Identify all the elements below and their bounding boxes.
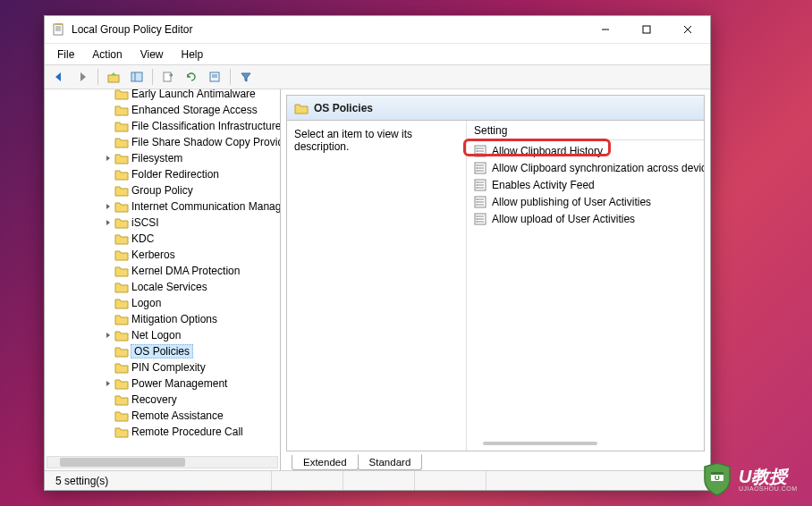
setting-label: Allow publishing of User Activities	[492, 196, 651, 208]
properties-button[interactable]	[204, 67, 225, 87]
svg-point-41	[476, 198, 478, 200]
chevron-right-icon[interactable]	[102, 200, 114, 213]
tree-item[interactable]: Recovery	[45, 392, 281, 408]
svg-point-49	[476, 218, 478, 220]
setting-item[interactable]: Allow Clipboard synchronization across d…	[467, 159, 704, 176]
export-button[interactable]	[157, 67, 179, 87]
tree-item[interactable]: Internet Communication Management	[45, 198, 281, 215]
list-column-header[interactable]: Setting	[467, 121, 704, 140]
svg-rect-6	[643, 26, 650, 33]
settings-list[interactable]: Allow Clipboard HistoryAllow Clipboard s…	[467, 140, 704, 451]
svg-point-22	[476, 153, 478, 155]
folder-icon	[114, 329, 129, 342]
minimize-button[interactable]	[585, 16, 626, 43]
tree-item[interactable]: PIN Complexity	[45, 359, 281, 375]
settings-list-column: Setting Allow Clipboard HistoryAllow Cli…	[466, 121, 704, 451]
svg-point-20	[476, 148, 478, 149]
up-button[interactable]	[103, 67, 124, 87]
folder-icon	[294, 102, 309, 114]
folder-icon	[114, 297, 129, 309]
chevron-right-icon[interactable]	[102, 152, 114, 164]
tree-item-label: File Classification Infrastructure	[131, 120, 281, 132]
refresh-button[interactable]	[181, 67, 202, 87]
tree-item-label: Mitigation Options	[131, 313, 217, 325]
toolbar	[45, 64, 710, 89]
chevron-right-icon[interactable]	[102, 377, 114, 390]
back-button[interactable]	[48, 67, 70, 87]
tree-item-label: iSCSI	[131, 216, 159, 229]
setting-item[interactable]: Enables Activity Feed	[467, 176, 704, 193]
folder-icon	[114, 152, 129, 164]
folder-icon	[114, 361, 129, 374]
tree-item[interactable]: Net Logon	[45, 327, 281, 343]
tree-item-label: Kerberos	[131, 249, 175, 261]
tree-item[interactable]: Remote Assistance	[45, 408, 281, 424]
expander-placeholder	[102, 281, 114, 293]
detail-body: Select an item to view its description. …	[287, 121, 704, 451]
description-column: Select an item to view its description.	[287, 121, 466, 451]
tree-item[interactable]: Mitigation Options	[45, 311, 281, 327]
chevron-right-icon[interactable]	[102, 216, 114, 229]
tree-item[interactable]: Early Launch Antimalware	[45, 89, 281, 102]
setting-item[interactable]: Allow Clipboard History	[467, 142, 704, 159]
svg-text:U: U	[715, 474, 720, 482]
tree-item[interactable]: Remote Procedure Call	[45, 424, 281, 440]
tree-item[interactable]: OS Policies	[45, 343, 281, 359]
expander-placeholder	[102, 345, 114, 358]
menu-action[interactable]: Action	[83, 46, 131, 63]
tree-item-label: Locale Services	[131, 281, 207, 293]
tree-item[interactable]: iSCSI	[45, 215, 281, 231]
expander-placeholder	[102, 120, 114, 132]
tree-item[interactable]: Kerberos	[45, 247, 281, 263]
setting-item[interactable]: Allow publishing of User Activities	[467, 193, 704, 210]
tree-item-label: Folder Redirection	[131, 168, 219, 181]
tree-item[interactable]: File Share Shadow Copy Provider	[45, 134, 281, 150]
filter-button[interactable]	[235, 67, 257, 87]
tab-standard[interactable]: Standard	[358, 454, 423, 470]
tree-horizontal-scrollbar[interactable]	[47, 456, 278, 468]
detail-pane: OS Policies Select an item to view its d…	[281, 89, 710, 470]
svg-rect-9	[108, 75, 119, 82]
svg-rect-1	[55, 23, 63, 25]
setting-item[interactable]: Allow upload of User Activities	[467, 210, 704, 227]
folder-icon	[114, 345, 129, 358]
tree-item[interactable]: KDC	[45, 231, 281, 247]
menubar: File Action View Help	[45, 43, 710, 64]
tree-item[interactable]: Kernel DMA Protection	[45, 263, 281, 279]
column-header-setting: Setting	[474, 124, 507, 137]
menu-help[interactable]: Help	[173, 46, 213, 63]
folder-icon	[114, 89, 129, 100]
tree-item[interactable]: Filesystem	[45, 150, 281, 166]
svg-rect-10	[131, 72, 142, 81]
tree-pane[interactable]: Early Launch AntimalwareEnhanced Storage…	[45, 89, 281, 470]
chevron-right-icon[interactable]	[102, 329, 114, 342]
tree-item[interactable]: Logon	[45, 295, 281, 311]
expander-placeholder	[102, 168, 114, 181]
policy-setting-icon	[474, 213, 486, 225]
toolbar-separator	[230, 69, 231, 85]
menu-file[interactable]: File	[48, 46, 83, 63]
forward-button[interactable]	[72, 67, 93, 87]
tree-item[interactable]: Folder Redirection	[45, 166, 281, 182]
shield-icon: U	[701, 461, 733, 497]
maximize-button[interactable]	[626, 16, 667, 43]
tree-item[interactable]: Enhanced Storage Access	[45, 102, 281, 118]
tree-item[interactable]: File Classification Infrastructure	[45, 118, 281, 134]
status-cell	[486, 471, 706, 490]
tab-extended[interactable]: Extended	[292, 455, 359, 470]
expander-placeholder	[102, 249, 114, 261]
show-hide-tree-button[interactable]	[126, 67, 148, 87]
tree-item-label: Early Launch Antimalware	[131, 89, 256, 100]
list-horizontal-scrollbar[interactable]	[483, 442, 597, 445]
tree-item[interactable]: Group Policy	[45, 182, 281, 198]
menu-view[interactable]: View	[131, 46, 173, 63]
expander-placeholder	[102, 104, 114, 116]
tree-item[interactable]: Locale Services	[45, 279, 281, 295]
status-cell	[415, 471, 486, 490]
close-button[interactable]	[667, 16, 708, 43]
watermark: U U教授 UJIAOSHOU.COM	[701, 460, 808, 499]
tree-item[interactable]: Power Management	[45, 375, 281, 392]
scrollbar-thumb[interactable]	[60, 458, 185, 467]
svg-rect-0	[54, 24, 63, 35]
folder-icon	[114, 377, 129, 390]
